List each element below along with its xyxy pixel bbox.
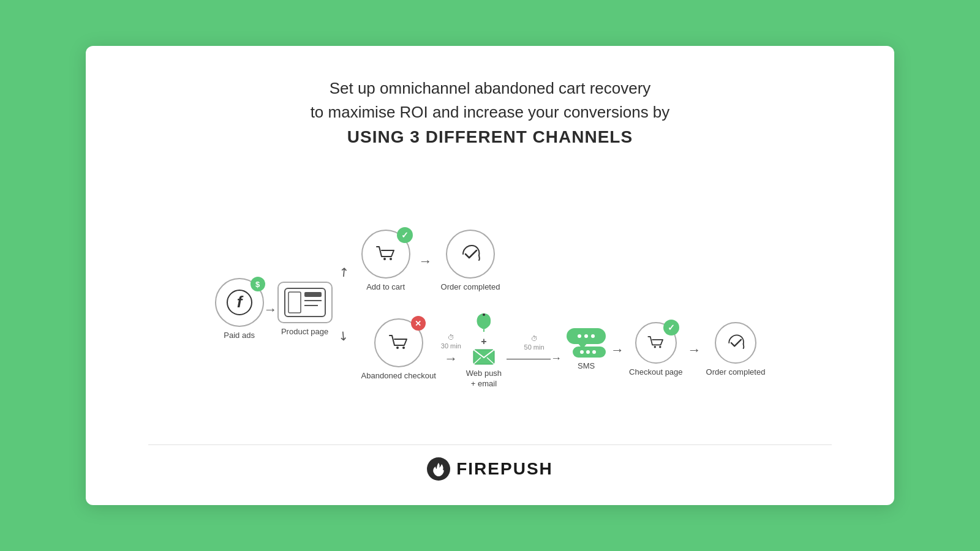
order-completed-top-wrapper: Order completed	[441, 230, 500, 293]
main-card: Set up omnichannel abandoned cart recove…	[86, 46, 894, 505]
checkout-page-label: Checkout page	[629, 367, 682, 378]
footer-logo: FIREPUSH	[427, 457, 553, 481]
arrow-sms-to-checkout: →	[611, 342, 624, 358]
time2-section: ⏱ 50 min ————→	[507, 335, 562, 365]
diag-down-arrow: ↘	[335, 326, 352, 344]
arrow-checkout-to-order: →	[688, 342, 701, 358]
svg-rect-3	[288, 292, 301, 313]
order-completed-bottom-label: Order completed	[706, 367, 766, 378]
product-page-wrapper: Product page	[277, 282, 333, 337]
dot5	[586, 350, 590, 354]
arrow-long: ————→	[507, 352, 562, 365]
arrow1: →	[444, 351, 458, 367]
headline: Set up omnichannel abandoned cart recove…	[311, 77, 670, 150]
sms-bubble	[567, 328, 606, 344]
sms-icon	[567, 328, 606, 358]
abandoned-checkout-label: Abandoned checkout	[361, 371, 436, 381]
paid-ads-label: Paid ads	[224, 331, 255, 341]
abandoned-checkout-wrapper: ✕ Abandoned checkout	[361, 318, 436, 381]
product-page-label: Product page	[281, 327, 328, 337]
sms-label: SMS	[578, 361, 595, 372]
headline-line2: to maximise ROI and increase your conver…	[311, 103, 670, 121]
arrow-paid-to-product: →	[264, 302, 277, 318]
checkout-page-check-badge: ✓	[663, 320, 679, 335]
push-email-combo-icon: +	[472, 311, 496, 365]
web-push-email-label: Web push+ email	[466, 369, 502, 389]
diagonal-arrows: ↗ ↘	[339, 277, 349, 343]
firepush-logo-icon	[427, 457, 450, 481]
add-to-cart-icon: ✓	[361, 230, 410, 279]
add-to-cart-wrapper: ✓ Add to cart	[361, 230, 410, 293]
firepush-logo-text: FIREPUSH	[456, 459, 553, 479]
dot4	[580, 350, 584, 354]
plus-sign: +	[481, 337, 486, 347]
headline-line1: Set up omnichannel abandoned cart recove…	[330, 79, 651, 97]
svg-point-11	[483, 313, 485, 316]
sms-wrapper: SMS	[567, 328, 606, 372]
abandoned-checkout-icon: ✕	[374, 318, 423, 367]
checkout-page-wrapper: ✓ Checkout page	[629, 322, 682, 378]
product-page-icon	[277, 282, 333, 323]
order-completed-top-icon	[446, 230, 495, 279]
flow-diagram: f $ Paid ads → Product page ↗	[110, 174, 870, 444]
bottom-row: ✕ Abandoned checkout ⏱ 30 min →	[361, 311, 766, 389]
time1-label: ⏱ 30 min	[441, 334, 461, 350]
order-completed-bottom-icon	[715, 322, 756, 364]
svg-point-16	[659, 347, 661, 348]
add-to-cart-label: Add to cart	[366, 282, 405, 293]
checkout-page-icon: ✓	[635, 322, 677, 364]
arrow-cart-to-order: →	[419, 253, 432, 269]
paid-ads-wrapper: f $ Paid ads	[215, 278, 264, 341]
add-to-cart-check-badge: ✓	[397, 227, 413, 243]
dollar-badge: $	[251, 277, 265, 291]
paid-ads-icon: f $	[215, 278, 264, 327]
diag-up-arrow: ↗	[335, 263, 352, 280]
svg-point-9	[396, 347, 399, 349]
time1-section: ⏱ 30 min →	[441, 334, 461, 367]
dot2	[584, 334, 588, 338]
split-section: ✓ Add to cart → Order complete	[361, 230, 766, 389]
time2-label: ⏱ 50 min	[524, 335, 545, 351]
order-completed-top-label: Order completed	[441, 282, 500, 293]
divider	[148, 444, 832, 445]
svg-point-10	[402, 347, 405, 349]
abandoned-checkout-x-badge: ✕	[411, 316, 426, 331]
headline-bold: USING 3 DIFFERENT CHANNELS	[347, 127, 633, 146]
top-row: ✓ Add to cart → Order complete	[361, 230, 500, 293]
dot1	[578, 334, 581, 338]
svg-point-8	[390, 258, 392, 260]
dot6	[592, 350, 596, 354]
web-push-email-wrapper: + Web push+ email	[466, 311, 502, 389]
svg-point-7	[383, 258, 386, 260]
dot3	[591, 334, 595, 338]
order-completed-bottom-wrapper: Order completed	[706, 322, 766, 378]
svg-point-15	[654, 347, 655, 348]
svg-rect-4	[304, 292, 322, 297]
